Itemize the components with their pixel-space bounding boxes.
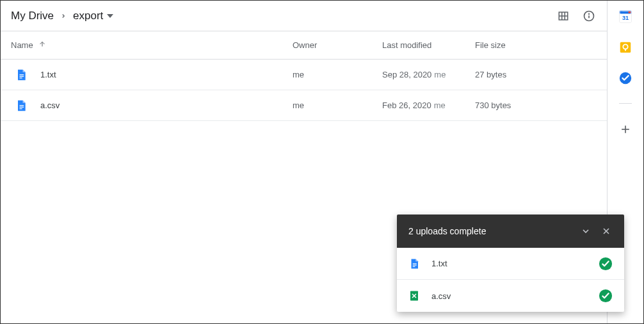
breadcrumb-current-label: export xyxy=(73,10,103,22)
column-name-label: Name xyxy=(11,40,33,50)
upload-popup-title: 2 uploads complete xyxy=(408,226,572,236)
svg-rect-12 xyxy=(20,106,24,107)
svg-rect-9 xyxy=(20,76,24,76)
column-header-name[interactable]: Name xyxy=(11,40,293,50)
file-row[interactable]: a.csv me Feb 26, 2020 me 730 bytes xyxy=(1,90,607,121)
topbar: My Drive export xyxy=(1,1,607,31)
topbar-actions xyxy=(556,8,597,24)
column-header-modified[interactable]: Last modified xyxy=(382,40,475,50)
breadcrumb: My Drive export xyxy=(11,10,556,22)
docs-blue-icon xyxy=(15,69,28,81)
upload-popup-header: 2 uploads complete xyxy=(397,215,624,248)
svg-rect-10 xyxy=(20,77,22,78)
grid-view-button[interactable] xyxy=(556,8,571,24)
file-size: 27 bytes xyxy=(475,70,597,79)
success-check-icon xyxy=(599,257,613,271)
file-modified: Sep 28, 2020 me xyxy=(382,70,475,79)
file-modified-by: me xyxy=(434,101,446,110)
arrow-up-icon xyxy=(38,40,46,50)
svg-rect-13 xyxy=(20,108,22,109)
collapse-button[interactable] xyxy=(579,225,592,238)
success-check-icon xyxy=(599,289,613,303)
file-modified-by: me xyxy=(434,70,446,79)
file-modified-date: Feb 26, 2020 xyxy=(382,101,431,110)
upload-item-name: 1.txt xyxy=(431,259,599,268)
breadcrumb-root[interactable]: My Drive xyxy=(11,10,54,22)
calendar-icon[interactable]: 31 xyxy=(618,10,632,24)
caret-down-icon xyxy=(107,10,113,22)
close-button[interactable] xyxy=(600,225,613,238)
svg-rect-8 xyxy=(20,74,24,75)
breadcrumb-current[interactable]: export xyxy=(73,10,113,22)
divider xyxy=(619,103,632,104)
column-header-owner[interactable]: Owner xyxy=(293,40,382,50)
file-name-cell: a.csv xyxy=(11,99,293,112)
svg-rect-29 xyxy=(625,49,626,51)
file-name-cell: 1.txt xyxy=(11,69,293,81)
keep-icon[interactable] xyxy=(618,40,632,54)
svg-rect-11 xyxy=(20,105,24,106)
docs-blue-icon xyxy=(408,258,420,270)
file-modified-date: Sep 28, 2020 xyxy=(382,70,431,79)
table-header: Name Owner Last modified File size xyxy=(1,31,607,60)
sheets-green-icon xyxy=(408,290,420,302)
svg-rect-27 xyxy=(620,42,631,53)
upload-item[interactable]: a.csv xyxy=(397,280,624,312)
file-owner: me xyxy=(293,101,382,110)
docs-blue-icon xyxy=(15,99,28,112)
svg-point-6 xyxy=(589,13,590,14)
upload-status-popup: 2 uploads complete 1.txt a.csv xyxy=(397,215,624,312)
file-modified: Feb 26, 2020 me xyxy=(382,101,475,110)
svg-rect-36 xyxy=(413,264,417,265)
svg-rect-26 xyxy=(620,12,623,13)
chevron-right-icon xyxy=(60,10,67,22)
upload-item-name: a.csv xyxy=(431,291,599,301)
file-row[interactable]: 1.txt me Sep 28, 2020 me 27 bytes xyxy=(1,60,607,90)
file-name: 1.txt xyxy=(40,70,56,79)
file-owner: me xyxy=(293,70,382,79)
svg-rect-37 xyxy=(413,266,415,266)
add-button[interactable] xyxy=(619,123,632,140)
svg-rect-25 xyxy=(629,12,631,13)
info-button[interactable] xyxy=(581,8,597,24)
file-size: 730 bytes xyxy=(475,101,597,110)
column-header-size[interactable]: File size xyxy=(475,40,597,50)
upload-item[interactable]: 1.txt xyxy=(397,248,624,280)
svg-text:31: 31 xyxy=(622,15,629,21)
svg-rect-35 xyxy=(413,263,417,264)
tasks-icon[interactable] xyxy=(618,71,632,85)
file-name: a.csv xyxy=(40,101,60,110)
